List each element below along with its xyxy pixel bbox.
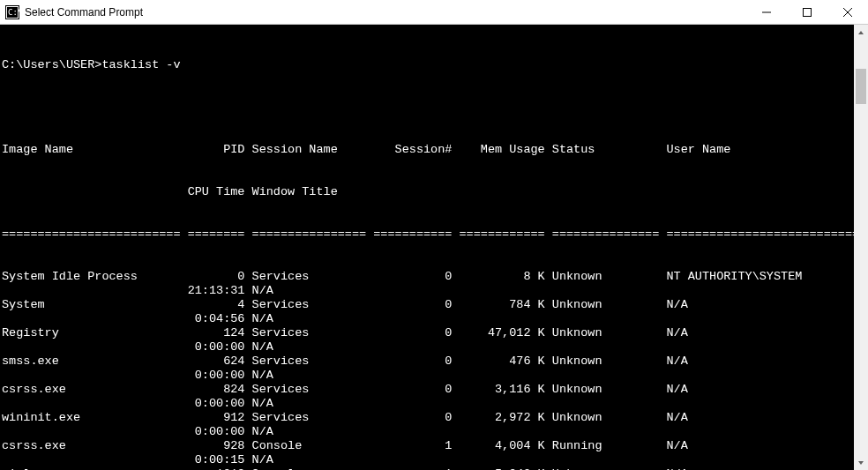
process-row-detail: 21:13:31 N/A xyxy=(0,284,854,298)
process-row: System Idle Process 0 Services 0 8 K Unk… xyxy=(0,270,854,284)
process-row-detail: 0:00:15 N/A xyxy=(0,453,854,467)
process-row: System 4 Services 0 784 K Unknown N/A xyxy=(0,298,854,312)
close-button[interactable] xyxy=(827,0,868,25)
vertical-scrollbar[interactable] xyxy=(854,25,868,470)
header-line-2: CPU Time Window Title xyxy=(0,185,854,199)
process-row: csrss.exe 928 Console 1 4,004 K Running … xyxy=(0,439,854,453)
process-row: Registry 124 Services 0 47,012 K Unknown… xyxy=(0,326,854,340)
minimize-button[interactable] xyxy=(746,0,787,25)
scroll-up-arrow-icon[interactable] xyxy=(854,25,868,40)
process-row-detail: 0:00:00 N/A xyxy=(0,369,854,383)
scroll-thumb[interactable] xyxy=(856,69,866,104)
maximize-button[interactable] xyxy=(787,0,827,25)
process-row-detail: 0:04:56 N/A xyxy=(0,312,854,326)
process-row-detail: 0:00:00 N/A xyxy=(0,340,854,354)
svg-marker-9 xyxy=(858,461,864,465)
cmd-icon: C:\ xyxy=(5,5,19,19)
process-row-detail: 0:00:00 N/A xyxy=(0,425,854,439)
window-controls xyxy=(746,0,868,24)
divider-line: ========================= ======== =====… xyxy=(0,228,854,242)
svg-rect-5 xyxy=(804,9,812,17)
blank-line xyxy=(0,101,854,115)
scroll-down-arrow-icon[interactable] xyxy=(854,455,868,470)
process-list: System Idle Process 0 Services 0 8 K Unk… xyxy=(0,270,854,470)
svg-marker-8 xyxy=(858,31,864,34)
prompt-text: C:\Users\USER> xyxy=(2,58,101,71)
svg-text:C:\: C:\ xyxy=(8,8,19,17)
prompt-line: C:\Users\USER>tasklist -v xyxy=(0,58,854,72)
titlebar[interactable]: C:\ Select Command Prompt xyxy=(0,0,868,25)
process-row: wininit.exe 912 Services 0 2,972 K Unkno… xyxy=(0,411,854,425)
terminal-content[interactable]: C:\Users\USER>tasklist -v Image Name PID… xyxy=(0,25,854,470)
process-row-detail: 0:00:00 N/A xyxy=(0,397,854,411)
process-row: smss.exe 624 Services 0 476 K Unknown N/… xyxy=(0,354,854,369)
header-line-1: Image Name PID Session Name Session# Mem… xyxy=(0,143,854,157)
command-text: tasklist -v xyxy=(101,58,180,71)
process-row: csrss.exe 824 Services 0 3,116 K Unknown… xyxy=(0,383,854,397)
window-title: Select Command Prompt xyxy=(25,6,143,19)
